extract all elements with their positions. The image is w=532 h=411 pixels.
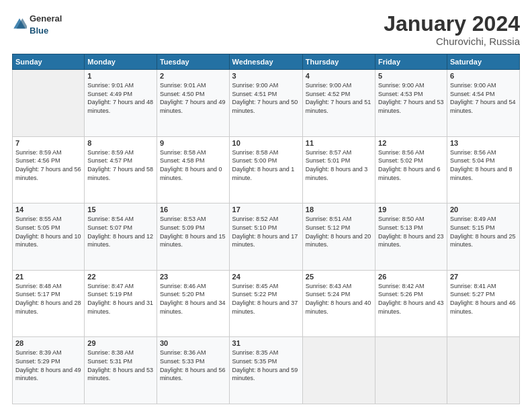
- cell-5-3: 30Sunrise: 8:36 AMSunset: 5:33 PMDayligh…: [157, 337, 229, 404]
- week-row-2: 7Sunrise: 8:59 AMSunset: 4:56 PMDaylight…: [13, 136, 520, 203]
- day-info: Sunrise: 8:57 AMSunset: 5:01 PMDaylight:…: [306, 149, 368, 181]
- cell-2-7: 13Sunrise: 8:56 AMSunset: 5:04 PMDayligh…: [447, 136, 519, 203]
- day-info: Sunrise: 8:52 AMSunset: 5:10 PMDaylight:…: [232, 216, 298, 248]
- cell-5-5: [302, 337, 375, 404]
- day-info: Sunrise: 8:58 AMSunset: 4:58 PMDaylight:…: [160, 149, 222, 181]
- day-info: Sunrise: 8:48 AMSunset: 5:17 PMDaylight:…: [15, 283, 81, 315]
- week-row-1: 1Sunrise: 9:01 AMSunset: 4:49 PMDaylight…: [13, 70, 520, 137]
- day-num: 22: [87, 273, 154, 281]
- day-num: 28: [15, 339, 81, 347]
- day-info: Sunrise: 9:01 AMSunset: 4:49 PMDaylight:…: [87, 82, 153, 114]
- day-info: Sunrise: 8:35 AMSunset: 5:35 PMDaylight:…: [232, 349, 298, 381]
- subtitle: Churovichi, Russia: [384, 36, 520, 47]
- day-num: 3: [232, 72, 300, 80]
- day-num: 5: [378, 72, 444, 80]
- cell-3-5: 18Sunrise: 8:51 AMSunset: 5:12 PMDayligh…: [302, 203, 375, 271]
- day-info: Sunrise: 8:49 AMSunset: 5:15 PMDaylight:…: [450, 216, 516, 248]
- day-num: 10: [232, 139, 300, 147]
- day-num: 2: [160, 72, 226, 80]
- day-num: 9: [160, 139, 226, 147]
- day-info: Sunrise: 8:46 AMSunset: 5:20 PMDaylight:…: [160, 283, 226, 315]
- cell-4-1: 21Sunrise: 8:48 AMSunset: 5:17 PMDayligh…: [13, 270, 85, 337]
- logo-general: General: [30, 13, 62, 24]
- day-num: 1: [87, 72, 154, 80]
- logo: General Blue: [12, 12, 62, 36]
- day-info: Sunrise: 9:00 AMSunset: 4:51 PMDaylight:…: [232, 82, 298, 114]
- title-block: January 2024 Churovichi, Russia: [384, 12, 520, 47]
- cell-3-6: 19Sunrise: 8:50 AMSunset: 5:13 PMDayligh…: [375, 203, 447, 271]
- day-info: Sunrise: 8:45 AMSunset: 5:22 PMDaylight:…: [232, 283, 298, 315]
- logo-icon: [12, 17, 27, 32]
- calendar-table: Sunday Monday Tuesday Wednesday Thursday…: [12, 54, 520, 404]
- cell-4-5: 25Sunrise: 8:43 AMSunset: 5:24 PMDayligh…: [302, 270, 375, 337]
- day-num: 11: [306, 139, 372, 147]
- day-num: 30: [160, 339, 226, 347]
- day-num: 7: [15, 139, 81, 147]
- cell-2-6: 12Sunrise: 8:56 AMSunset: 5:02 PMDayligh…: [375, 136, 447, 203]
- day-info: Sunrise: 8:51 AMSunset: 5:12 PMDaylight:…: [306, 216, 371, 248]
- cell-1-4: 3Sunrise: 9:00 AMSunset: 4:51 PMDaylight…: [229, 70, 302, 137]
- day-num: 18: [306, 205, 372, 214]
- day-num: 23: [160, 273, 226, 281]
- day-num: 26: [378, 273, 444, 281]
- cell-3-2: 15Sunrise: 8:54 AMSunset: 5:07 PMDayligh…: [85, 203, 157, 271]
- header: General Blue January 2024 Churovichi, Ru…: [12, 12, 520, 47]
- cell-2-1: 7Sunrise: 8:59 AMSunset: 4:56 PMDaylight…: [13, 136, 85, 203]
- day-num: 15: [87, 205, 154, 214]
- col-saturday: Saturday: [447, 54, 519, 70]
- cell-5-6: [375, 337, 447, 404]
- day-num: 6: [450, 72, 517, 80]
- cell-3-7: 20Sunrise: 8:49 AMSunset: 5:15 PMDayligh…: [447, 203, 519, 271]
- day-num: 16: [160, 205, 226, 214]
- cell-2-2: 8Sunrise: 8:59 AMSunset: 4:57 PMDaylight…: [85, 136, 157, 203]
- col-thursday: Thursday: [302, 54, 375, 70]
- day-info: Sunrise: 8:39 AMSunset: 5:29 PMDaylight:…: [15, 349, 81, 381]
- cell-1-6: 5Sunrise: 9:00 AMSunset: 4:53 PMDaylight…: [375, 70, 447, 137]
- day-num: 13: [450, 139, 517, 147]
- day-info: Sunrise: 9:01 AMSunset: 4:50 PMDaylight:…: [160, 82, 226, 114]
- week-row-4: 21Sunrise: 8:48 AMSunset: 5:17 PMDayligh…: [13, 270, 520, 337]
- cell-5-2: 29Sunrise: 8:38 AMSunset: 5:31 PMDayligh…: [85, 337, 157, 404]
- day-info: Sunrise: 8:36 AMSunset: 5:33 PMDaylight:…: [160, 349, 226, 381]
- main-title: January 2024: [384, 12, 520, 36]
- cell-5-7: [447, 337, 519, 404]
- day-info: Sunrise: 8:59 AMSunset: 4:57 PMDaylight:…: [87, 149, 153, 181]
- day-num: 25: [306, 273, 372, 281]
- cell-5-4: 31Sunrise: 8:35 AMSunset: 5:35 PMDayligh…: [229, 337, 302, 404]
- cell-4-7: 27Sunrise: 8:41 AMSunset: 5:27 PMDayligh…: [447, 270, 519, 337]
- cell-1-1: [13, 70, 85, 137]
- day-num: 17: [232, 205, 300, 214]
- day-info: Sunrise: 8:56 AMSunset: 5:02 PMDaylight:…: [378, 149, 441, 181]
- day-num: 31: [232, 339, 300, 347]
- cell-1-7: 6Sunrise: 9:00 AMSunset: 4:54 PMDaylight…: [447, 70, 519, 137]
- header-row: Sunday Monday Tuesday Wednesday Thursday…: [13, 54, 520, 70]
- cell-4-4: 24Sunrise: 8:45 AMSunset: 5:22 PMDayligh…: [229, 270, 302, 337]
- cell-2-4: 10Sunrise: 8:58 AMSunset: 5:00 PMDayligh…: [229, 136, 302, 203]
- col-tuesday: Tuesday: [157, 54, 229, 70]
- week-row-5: 28Sunrise: 8:39 AMSunset: 5:29 PMDayligh…: [13, 337, 520, 404]
- day-info: Sunrise: 8:42 AMSunset: 5:26 PMDaylight:…: [378, 283, 444, 315]
- day-info: Sunrise: 8:50 AMSunset: 5:13 PMDaylight:…: [378, 216, 444, 248]
- cell-3-4: 17Sunrise: 8:52 AMSunset: 5:10 PMDayligh…: [229, 203, 302, 271]
- day-info: Sunrise: 8:56 AMSunset: 5:04 PMDaylight:…: [450, 149, 513, 181]
- cell-1-3: 2Sunrise: 9:01 AMSunset: 4:50 PMDaylight…: [157, 70, 229, 137]
- day-num: 24: [232, 273, 300, 281]
- day-num: 21: [15, 273, 81, 281]
- cell-1-5: 4Sunrise: 9:00 AMSunset: 4:52 PMDaylight…: [302, 70, 375, 137]
- cell-4-2: 22Sunrise: 8:47 AMSunset: 5:19 PMDayligh…: [85, 270, 157, 337]
- day-info: Sunrise: 8:38 AMSunset: 5:31 PMDaylight:…: [87, 349, 153, 381]
- cell-2-3: 9Sunrise: 8:58 AMSunset: 4:58 PMDaylight…: [157, 136, 229, 203]
- cell-3-3: 16Sunrise: 8:53 AMSunset: 5:09 PMDayligh…: [157, 203, 229, 271]
- day-num: 27: [450, 273, 517, 281]
- col-friday: Friday: [375, 54, 447, 70]
- day-num: 20: [450, 205, 517, 214]
- day-info: Sunrise: 9:00 AMSunset: 4:53 PMDaylight:…: [378, 82, 444, 114]
- day-info: Sunrise: 8:47 AMSunset: 5:19 PMDaylight:…: [87, 283, 153, 315]
- day-num: 19: [378, 205, 444, 214]
- cell-4-6: 26Sunrise: 8:42 AMSunset: 5:26 PMDayligh…: [375, 270, 447, 337]
- day-info: Sunrise: 8:43 AMSunset: 5:24 PMDaylight:…: [306, 283, 371, 315]
- col-monday: Monday: [85, 54, 157, 70]
- week-row-3: 14Sunrise: 8:55 AMSunset: 5:05 PMDayligh…: [13, 203, 520, 271]
- day-info: Sunrise: 8:59 AMSunset: 4:56 PMDaylight:…: [15, 149, 81, 181]
- day-num: 4: [306, 72, 372, 80]
